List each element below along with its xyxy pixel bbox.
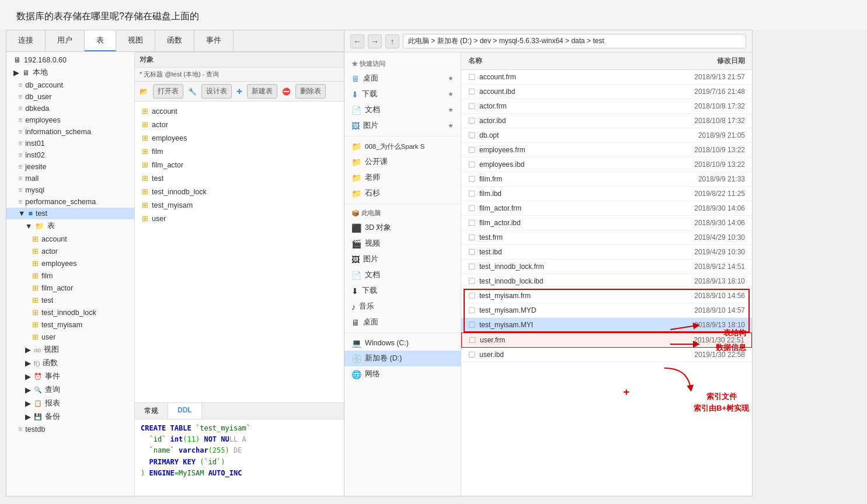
file-row-film-actor-frm[interactable]: ☐film_actor.frm 2018/9/30 14:06 (461, 201, 752, 216)
file-row-film-ibd[interactable]: ☐film.ibd 2019/8/22 11:25 (461, 187, 752, 201)
tree-events[interactable]: ▶ ⏰ 事件 (6, 370, 134, 383)
file-row-innodb-ibd[interactable]: ☐test_innodb_lock.ibd 2018/9/13 18:10 表结… (461, 274, 752, 289)
design-table-button[interactable]: 设计表 (201, 84, 232, 99)
tree-table-film-actor[interactable]: ⊞ film_actor (6, 282, 134, 294)
sidebar-picture[interactable]: 🖼 图片 (344, 251, 461, 267)
tree-table-innodb-lock[interactable]: ⊞ test_innodb_lock (6, 306, 134, 318)
table-list-item-film[interactable]: ⊞ film (138, 145, 340, 158)
tree-views[interactable]: ▶ oo 视图 (6, 343, 134, 356)
tree-db-account[interactable]: ≡ db_account (6, 79, 134, 91)
tab-view[interactable]: 视图 (116, 30, 155, 51)
table-list-item-account[interactable]: ⊞ account (138, 105, 340, 117)
tree-queries[interactable]: ▶ 🔍 查询 (6, 383, 134, 397)
file-row-user-ibd[interactable]: ☐user.ibd 2019/1/30 22:58 (461, 348, 752, 362)
sidebar-shishan[interactable]: 📁 石杉 (344, 186, 461, 201)
table-list-item-innodb-lock[interactable]: ⊞ test_innodb_lock (138, 186, 340, 198)
table-list-item-actor[interactable]: ⊞ actor (138, 118, 340, 131)
file-row-test-frm[interactable]: ☐test.frm 2019/4/29 10:30 (461, 230, 752, 245)
sidebar-doc-1[interactable]: 📄 文档 ★ (344, 102, 461, 118)
sidebar-open-course[interactable]: 📁 公开课 (344, 154, 461, 170)
sidebar-3d[interactable]: ⬛ 3D 对象 (344, 220, 461, 236)
file-row-myisam-myd[interactable]: ☐test_myisam.MYD 2018/9/10 14:57 (461, 303, 752, 318)
sidebar-desktop-1[interactable]: 🖥 桌面 ★ (344, 71, 461, 86)
table-list-item-employees[interactable]: ⊞ employees (138, 132, 340, 144)
tab-user[interactable]: 用户 (46, 30, 85, 51)
breadcrumb-path[interactable]: 此电脑 > 新加卷 (D:) > dev > mysql-5.6.33-winx… (403, 34, 746, 48)
tree-db-testdb[interactable]: ≡ testdb (6, 424, 134, 435)
tree-table-employees[interactable]: ⊞ employees (6, 257, 134, 270)
tree-db-employees[interactable]: ≡ employees (6, 114, 134, 126)
query-tab[interactable]: * 无标题 @test (本地) - 查询 (140, 70, 219, 79)
file-row-myisam-frm[interactable]: ☐test_myisam.frm 2018/9/10 14:56 (461, 289, 752, 303)
file-row-db-opt[interactable]: ☐db.opt 2018/9/9 21:05 (461, 128, 752, 143)
table-list-item-film-actor[interactable]: ⊞ film_actor (138, 159, 340, 171)
content-panel: 对象 * 无标题 @test (本地) - 查询 📂 打开表 🔧 设计表 ✚ 新… (135, 52, 344, 496)
sidebar-music[interactable]: ♪ 音乐 (344, 299, 461, 314)
sidebar-video[interactable]: 🎬 视频 (344, 236, 461, 251)
new-table-button[interactable]: 新建表 (247, 84, 277, 99)
tree-backup[interactable]: ▶ 💾 备份 (6, 410, 134, 424)
tree-table-film[interactable]: ⊞ film (6, 270, 134, 282)
back-button[interactable]: ← (350, 34, 364, 48)
file-row-actor-ibd[interactable]: ☐actor.ibd 2018/10/8 17:32 (461, 114, 752, 128)
tree-table-myisam[interactable]: ⊞ test_myisam (6, 318, 134, 331)
file-row-employees-frm[interactable]: ☐employees.frm 2018/10/9 13:22 (461, 143, 752, 158)
delete-table-button[interactable]: 删除表 (295, 84, 326, 99)
file-row-actor-frm[interactable]: ☐actor.frm 2018/10/8 17:32 (461, 99, 752, 114)
table-list-item-test[interactable]: ⊞ test (138, 172, 340, 184)
up-button[interactable]: ↑ (385, 34, 399, 48)
tree-db-mall[interactable]: ≡ mall (6, 173, 134, 184)
file-row-user-frm[interactable]: ☐user.frm 2019/1/30 22:51 (461, 332, 752, 348)
tree-reports[interactable]: ▶ 📋 报表 (6, 397, 134, 410)
file-row-innodb-frm[interactable]: ☐test_innodb_lock.frm 2018/9/12 14:51 (461, 260, 752, 274)
sidebar-network[interactable]: 🌐 网络 (344, 366, 461, 382)
tree-db-info-schema[interactable]: ≡ information_schema (6, 126, 134, 138)
file-row-account-frm[interactable]: ☐account.frm 2018/9/13 21:57 (461, 70, 752, 85)
sidebar-download-2[interactable]: ⬇ 下载 (344, 283, 461, 299)
sidebar-download-1[interactable]: ⬇ 下载 ★ (344, 86, 461, 102)
tab-connect[interactable]: 连接 (6, 30, 46, 51)
file-row-test-ibd[interactable]: ☐test.ibd 2019/4/29 10:30 (461, 245, 752, 260)
tree-table-test[interactable]: ⊞ test (6, 294, 134, 306)
tab-general[interactable]: 常规 (135, 403, 168, 419)
table-list-item-myisam[interactable]: ⊞ test_myisam (138, 199, 340, 211)
tab-table[interactable]: 表 (85, 30, 116, 51)
tree-item-ip[interactable]: 🖥 192.168.0.60 (6, 54, 134, 66)
file-row-employees-ibd[interactable]: ☐employees.ibd 2018/10/9 13:22 (461, 158, 752, 172)
open-table-button[interactable]: 打开表 (153, 84, 183, 99)
file-row-account-ibd[interactable]: ☐account.ibd 2019/7/16 21:48 (461, 85, 752, 99)
tree-db-user[interactable]: ≡ db_user (6, 91, 134, 103)
tree-db-dbkeda[interactable]: ≡ dbkeda (6, 103, 134, 114)
sidebar-desktop-2[interactable]: 🖥 桌面 (344, 314, 461, 330)
tree-table-user[interactable]: ⊞ user (6, 331, 134, 343)
file-row-film-frm[interactable]: ☐film.frm 2018/9/9 21:33 (461, 172, 752, 187)
table-list-item-user[interactable]: ⊞ user (138, 212, 340, 225)
tree-item-local[interactable]: ▶ 🖥 本地 (6, 66, 134, 79)
tree-table-account[interactable]: ⊞ account (6, 233, 134, 245)
sidebar-teacher[interactable]: 📁 老师 (344, 170, 461, 186)
file-row-myisam-myi[interactable]: ☐test_myisam.MYI 2018/9/13 18:10 (461, 318, 752, 332)
sidebar-doc-2[interactable]: 📄 文档 (344, 267, 461, 283)
tab-ddl[interactable]: DDL (168, 403, 202, 419)
tree-db-mysql[interactable]: ≡ mysql (6, 184, 134, 196)
forward-button[interactable]: → (368, 34, 382, 48)
file-icon: ☐ (468, 174, 476, 184)
file-icon: ☐ (468, 116, 476, 125)
sidebar-drive-d[interactable]: 💿 新加卷 (D:) (344, 351, 461, 366)
file-icon: ☐ (468, 306, 476, 315)
tree-db-inst01[interactable]: ≡ inst01 (6, 138, 134, 149)
tab-event[interactable]: 事件 (194, 30, 234, 51)
tree-folder-tables[interactable]: ▼ 📁 表 (6, 219, 134, 233)
sidebar-windows-c[interactable]: 💻 Windows (C:) (344, 335, 461, 351)
tree-db-perf-schema[interactable]: ≡ performance_schema (6, 196, 134, 208)
tree-table-actor[interactable]: ⊞ actor (6, 245, 134, 257)
file-row-film-actor-ibd[interactable]: ☐film_actor.ibd 2018/9/30 14:06 (461, 216, 752, 230)
sidebar-spark[interactable]: 📁 008_为什么Spark S (344, 139, 461, 154)
tree-db-jeesite[interactable]: ≡ jeesite (6, 161, 134, 173)
tree-functions[interactable]: ▶ f() 函数 (6, 356, 134, 370)
tab-function[interactable]: 函数 (155, 30, 194, 51)
file-icon: ☐ (468, 218, 476, 228)
tree-db-test[interactable]: ▼ ■ test (6, 208, 134, 219)
tree-db-inst02[interactable]: ≡ inst02 (6, 149, 134, 161)
sidebar-pic-1[interactable]: 🖼 图片 ★ (344, 118, 461, 134)
